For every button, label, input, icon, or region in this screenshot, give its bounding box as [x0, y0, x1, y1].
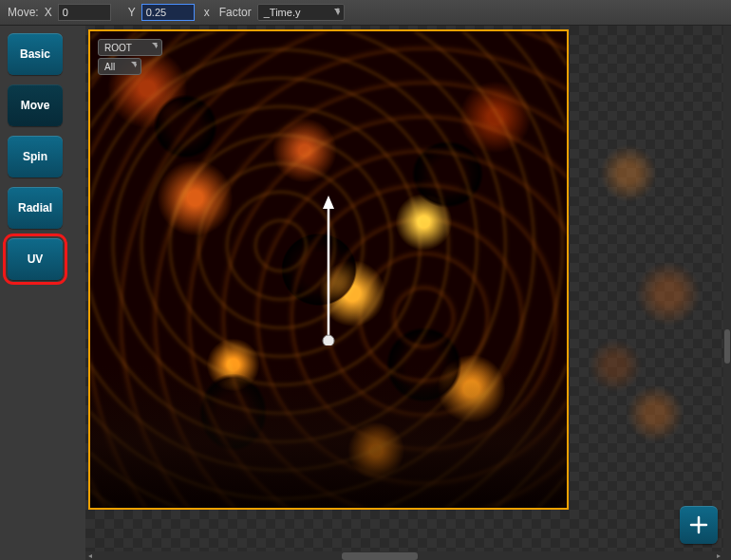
y-value: 0.25: [146, 7, 166, 18]
canvas-area[interactable]: ROOT ▴▾ All ▴▾ ◂: [85, 26, 731, 560]
horizontal-scrollbar-thumb[interactable]: [342, 552, 418, 560]
y-label: Y: [128, 6, 136, 19]
tab-spin[interactable]: Spin: [8, 136, 63, 177]
tab-uv[interactable]: UV: [8, 238, 63, 280]
times-label: x: [204, 6, 210, 19]
svg-marker-1: [323, 196, 334, 209]
filter-dropdown-value: All: [104, 62, 115, 72]
factor-label: Factor: [219, 6, 252, 19]
factor-value: _Time.y: [264, 7, 301, 18]
texture-viewport[interactable]: ROOT ▴▾ All ▴▾: [88, 29, 569, 510]
y-input[interactable]: 0.25: [141, 4, 195, 21]
overflow-preview: [589, 29, 722, 510]
x-input[interactable]: 0: [58, 4, 111, 21]
scroll-right-icon[interactable]: ▸: [714, 552, 723, 560]
horizontal-scrollbar[interactable]: ◂ ▸: [85, 551, 723, 560]
tab-label: Spin: [23, 150, 47, 163]
main-area: Basic Move Spin Radial UV ROOT ▴▾ All ▴▾: [0, 26, 731, 560]
vertical-scrollbar-thumb[interactable]: [724, 329, 730, 364]
scroll-left-icon[interactable]: ◂: [85, 552, 95, 560]
x-value: 0: [63, 7, 68, 18]
move-label: Move:: [8, 6, 39, 19]
vertical-scrollbar[interactable]: [723, 26, 731, 560]
filter-dropdown[interactable]: All ▴▾: [98, 58, 141, 75]
tab-label: Move: [21, 99, 50, 112]
top-toolbar: Move: X 0 Y 0.25 x Factor _Time.y ▴▾: [0, 0, 731, 26]
tab-label: Radial: [18, 201, 52, 215]
direction-arrow[interactable]: [319, 194, 338, 345]
root-dropdown[interactable]: ROOT ▴▾: [98, 39, 162, 56]
fade-gradient: [90, 365, 567, 508]
svg-point-2: [323, 335, 334, 345]
plus-icon: [687, 513, 710, 536]
tab-move[interactable]: Move: [8, 84, 63, 126]
tab-label: UV: [28, 252, 44, 266]
factor-dropdown[interactable]: _Time.y ▴▾: [257, 4, 345, 21]
tab-radial[interactable]: Radial: [8, 187, 63, 229]
add-button[interactable]: [680, 506, 718, 544]
root-dropdown-value: ROOT: [104, 43, 132, 53]
x-label: X: [45, 6, 52, 19]
tab-basic[interactable]: Basic: [8, 33, 63, 75]
tab-label: Basic: [20, 47, 50, 61]
sidebar: Basic Move Spin Radial UV: [0, 26, 85, 560]
